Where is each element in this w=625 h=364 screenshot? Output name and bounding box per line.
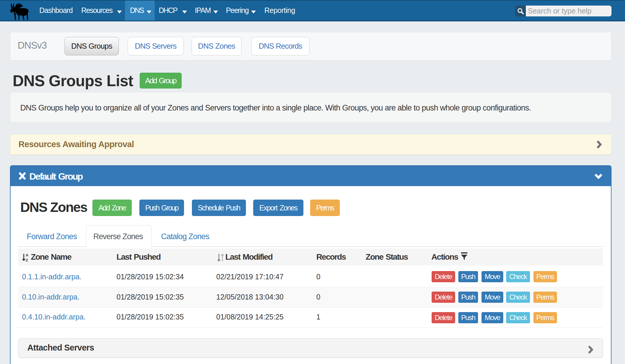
svg-text:Z: Z [26,258,28,262]
svg-text:A: A [26,253,29,257]
